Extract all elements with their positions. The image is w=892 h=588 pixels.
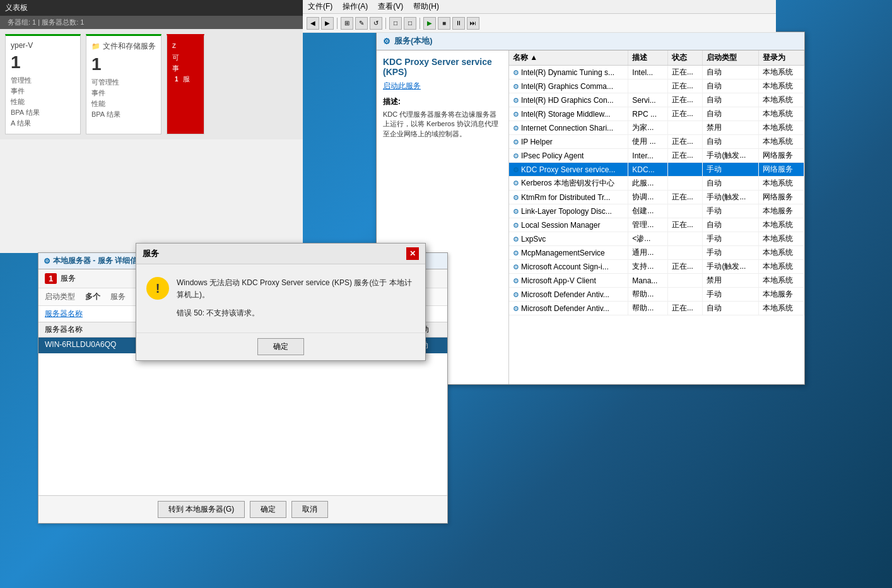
service-gear-icon: ⚙ <box>513 235 519 243</box>
detail-ok-btn[interactable]: 确定 <box>250 501 286 518</box>
service-startup-cell: 手动 <box>703 232 759 246</box>
service-name-cell: ⚙Microsoft App-V Client <box>509 274 628 288</box>
service-logon-cell: 本地系统 <box>758 66 804 79</box>
service-desc-text: KDC 代理服务器服务将在边缘服务器上运行，以将 Kerberos 协议消息代理… <box>383 110 502 139</box>
service-logon-cell: 本地系统 <box>758 260 804 274</box>
service-row-12[interactable]: ⚙LxpSvc<渗...手动本地系统 <box>509 232 804 246</box>
col-header-name[interactable]: 名称 ▲ <box>509 50 628 66</box>
col-header-status[interactable]: 状态 <box>667 50 702 66</box>
col-header-logon[interactable]: 登录为 <box>758 50 804 66</box>
service-desc-cell: 管理... <box>628 218 668 232</box>
tile-hyper-v-items: 管理性 事件 性能 BPA 结果 A 结果 <box>11 75 75 129</box>
service-status-cell <box>667 274 702 288</box>
service-gear-icon: ⚙ <box>513 124 519 132</box>
service-startup-cell: 自动 <box>703 93 759 107</box>
service-row-7[interactable]: ⚙KDC Proxy Server service...KDC...手动网络服务 <box>509 163 804 177</box>
service-status-cell: 正在... <box>667 93 702 107</box>
service-status-cell: 正在... <box>667 66 702 79</box>
toolbar-sep2 <box>385 18 386 29</box>
tile-hyper-v[interactable]: yper-V 1 管理性 事件 性能 BPA 结果 A 结果 <box>5 34 81 134</box>
service-gear-icon: ⚙ <box>513 179 519 187</box>
service-row-13[interactable]: ⚙McpManagementService通用...手动本地系统 <box>509 246 804 260</box>
services-scroll-area[interactable]: 名称 ▲ 描述 状态 启动类型 登录为 ⚙Intel(R) Dynamic Tu… <box>509 50 804 315</box>
service-desc-cell: Mana... <box>628 274 668 288</box>
service-name-cell: ⚙KtmRm for Distributed Tr... <box>509 191 628 204</box>
detail-cancel-btn[interactable]: 取消 <box>291 501 328 518</box>
service-row-11[interactable]: ⚙Local Session Manager管理...正在...自动本地系统 <box>509 218 804 232</box>
service-startup-cell: 自动 <box>703 79 759 93</box>
service-status-cell: 正在... <box>667 149 702 163</box>
toolbar-btn2[interactable]: ✎ <box>355 17 368 30</box>
service-row-0[interactable]: ⚙Intel(R) Dynamic Tuning s...Intel...正在.… <box>509 66 804 79</box>
service-row-4[interactable]: ⚙Internet Connection Shari...为家...禁用本地系统 <box>509 121 804 135</box>
col-header-startup[interactable]: 启动类型 <box>703 50 759 66</box>
service-status-cell <box>667 246 702 260</box>
service-row-8[interactable]: ⚙Kerberos 本地密钥发行中心此服...自动本地系统 <box>509 177 804 191</box>
service-logon-cell: 本地系统 <box>758 107 804 121</box>
service-logon-cell: 网络服务 <box>758 163 804 177</box>
toolbar-pause[interactable]: ⏸ <box>452 17 465 30</box>
service-status-cell <box>667 163 702 177</box>
warning-icon: ! <box>146 277 169 300</box>
goto-local-server-btn[interactable]: 转到 本地服务器(G) <box>158 501 245 518</box>
service-desc-cell: KDC... <box>628 163 668 177</box>
tile-file-storage-header: 📁 文件和存储服务 <box>91 41 156 52</box>
service-startup-cell: 手动 <box>703 246 759 260</box>
service-name-cell: ⚙KDC Proxy Server service... <box>509 163 628 177</box>
server-manager-window: 义表板 务器组: 1 | 服务器总数: 1 yper-V 1 管理性 事件 性能… <box>0 0 303 252</box>
service-status-cell: 正在... <box>667 302 702 315</box>
toolbar-stop[interactable]: ■ <box>438 17 450 30</box>
service-row-18[interactable]: ⚙Microsoft Edge Elevation...使 M...手动本地系统 <box>509 315 804 316</box>
service-row-5[interactable]: ⚙IP Helper使用 ...正在...自动本地系统 <box>509 135 804 149</box>
service-row-6[interactable]: ⚙IPsec Policy AgentInter...正在...手动(触发...… <box>509 149 804 163</box>
service-gear-icon: ⚙ <box>513 83 519 90</box>
detail-title: 本地服务器 - 服务 详细信息 <box>53 256 145 266</box>
toolbar-btn4[interactable]: □ <box>389 17 402 30</box>
service-row-14[interactable]: ⚙Microsoft Account Sign-i...支持...正在...手动… <box>509 260 804 274</box>
service-desc-cell: 协调... <box>628 191 668 204</box>
tile-file-storage[interactable]: 📁 文件和存储服务 1 可管理性 事件 性能 BPA 结果 <box>86 34 161 134</box>
service-row-9[interactable]: ⚙KtmRm for Distributed Tr...协调...正在...手动… <box>509 191 804 204</box>
service-desc-cell: 此服... <box>628 177 668 191</box>
service-startup-cell: 手动(触发... <box>703 260 759 274</box>
toolbar-play[interactable]: ▶ <box>423 17 436 30</box>
service-desc-cell: <渗... <box>628 232 668 246</box>
service-row-1[interactable]: ⚙Intel(R) Graphics Comma...正在...自动本地系统 <box>509 79 804 93</box>
col-header-desc[interactable]: 描述 <box>628 50 668 66</box>
dialog-confirm-btn[interactable]: 确定 <box>257 338 304 355</box>
menu-file[interactable]: 文件(F) <box>308 1 332 12</box>
menu-help[interactable]: 帮助(H) <box>413 1 439 12</box>
toolbar-btn3[interactable]: ↺ <box>370 17 382 30</box>
service-row-15[interactable]: ⚙Microsoft App-V ClientMana...禁用本地系统 <box>509 274 804 288</box>
service-desc-cell: Intel... <box>628 66 668 79</box>
service-status-cell: 正在... <box>667 191 702 204</box>
service-gear-icon: ⚙ <box>513 277 519 285</box>
service-row-17[interactable]: ⚙Microsoft Defender Antiv...帮助...正在...自动… <box>509 302 804 315</box>
service-row-3[interactable]: ⚙Intel(R) Storage Middlew...RPC ...正在...… <box>509 107 804 121</box>
start-service-link[interactable]: 启动此服务 <box>383 81 502 91</box>
service-name-cell: ⚙Internet Connection Shari... <box>509 121 628 135</box>
service-status-cell: 正在... <box>667 107 702 121</box>
toolbar-forward[interactable]: ▶ <box>321 17 334 30</box>
service-desc-cell: 帮助... <box>628 302 668 315</box>
service-gear-icon: ⚙ <box>513 152 519 160</box>
tile-file-storage-count: 1 <box>91 54 156 74</box>
service-name-cell: ⚙IP Helper <box>509 135 628 149</box>
menu-action[interactable]: 操作(A) <box>343 1 368 12</box>
toolbar-btn1[interactable]: ⊞ <box>341 17 353 30</box>
toolbar-restart[interactable]: ⏭ <box>467 17 479 30</box>
dialog-close-btn[interactable]: ✕ <box>406 247 419 260</box>
service-status-cell: 正在... <box>667 218 702 232</box>
service-gear-icon: ⚙ <box>513 208 519 215</box>
toolbar-back[interactable]: ◀ <box>307 17 319 30</box>
service-row-10[interactable]: ⚙Link-Layer Topology Disc...创建...手动本地服务 <box>509 204 804 218</box>
tile-third[interactable]: z 可 事 1 服 <box>167 34 204 134</box>
tile-third-header: z <box>172 41 199 50</box>
service-row-2[interactable]: ⚙Intel(R) HD Graphics Con...Servi...正在..… <box>509 93 804 107</box>
service-startup-cell: 自动 <box>703 135 759 149</box>
service-row-16[interactable]: ⚙Microsoft Defender Antiv...帮助...手动本地服务 <box>509 288 804 302</box>
menu-view[interactable]: 查看(V) <box>378 1 403 12</box>
service-name-cell: ⚙Microsoft Defender Antiv... <box>509 288 628 302</box>
toolbar-btn5[interactable]: □ <box>404 17 416 30</box>
detail-empty-area <box>38 353 447 495</box>
